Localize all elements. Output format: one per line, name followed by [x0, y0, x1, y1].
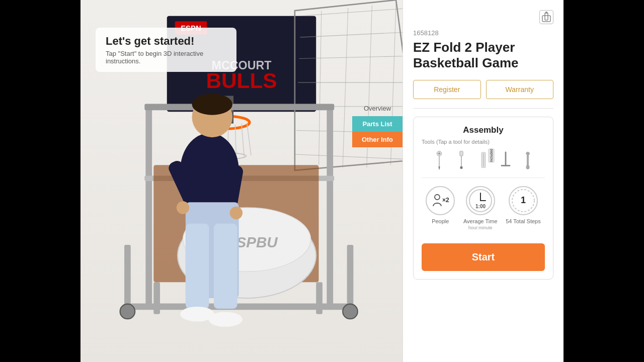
tools-row: Included: [422, 150, 545, 178]
svg-line-25: [343, 8, 348, 168]
svg-rect-73: [527, 155, 528, 166]
svg-rect-50: [186, 224, 209, 309]
svg-point-46: [192, 94, 232, 115]
time-label: Average Time: [463, 218, 498, 224]
svg-point-53: [208, 312, 243, 327]
nav-other-info[interactable]: Other Info: [352, 132, 403, 147]
nav-overlay: Overview Parts List Other Info: [352, 101, 403, 147]
product-title: EZ Fold 2 Player Basketball Game: [413, 40, 553, 71]
included-badge: Included: [488, 148, 495, 162]
svg-point-54: [177, 201, 189, 214]
divider: [413, 108, 553, 109]
svg-rect-36: [316, 282, 323, 314]
time-sublabel: hour:minute: [468, 225, 493, 230]
svg-line-17: [300, 8, 403, 16]
image-panel: ESPN MCCOURT BULLS: [80, 0, 403, 362]
svg-rect-29: [327, 107, 333, 309]
svg-line-12: [242, 124, 244, 157]
share-button[interactable]: [539, 10, 553, 24]
included-tool-icon[interactable]: Included: [476, 150, 491, 170]
action-buttons: Register Warranty: [413, 80, 553, 99]
svg-rect-60: [542, 16, 550, 22]
nav-overview[interactable]: Overview: [352, 101, 403, 116]
nav-parts-list[interactable]: Parts List: [352, 116, 403, 132]
svg-point-74: [526, 165, 529, 169]
svg-rect-30: [144, 104, 334, 110]
svg-line-23: [295, 154, 403, 160]
overlay-subtitle: Tap "Start" to begin 3D interactive inst…: [106, 50, 226, 65]
svg-rect-33: [124, 245, 131, 309]
svg-point-38: [343, 304, 358, 319]
svg-rect-68: [460, 166, 462, 169]
people-label: People: [432, 218, 449, 224]
svg-text:1: 1: [521, 195, 526, 205]
svg-rect-34: [347, 245, 354, 309]
right-panel: 1658128 EZ Fold 2 Player Basketball Game…: [403, 0, 564, 362]
svg-point-37: [120, 304, 135, 319]
assembly-card: Assembly Tools (Tap a tool for details): [413, 117, 553, 280]
svg-rect-51: [214, 224, 237, 309]
steps-label: 54 Total Steps: [506, 218, 541, 224]
flathead-screwdriver-icon[interactable]: [454, 150, 468, 170]
svg-marker-65: [438, 166, 440, 169]
svg-rect-28: [145, 107, 152, 309]
tools-label: Tools (Tap a tool for details): [422, 138, 545, 145]
svg-text:×2: ×2: [442, 197, 449, 204]
time-stat: 1:00 Average Time hour:minute: [463, 186, 498, 230]
svg-line-24: [319, 11, 321, 165]
instructions-overlay: Let's get started! Tap "Start" to begin …: [96, 28, 236, 72]
svg-text:BULLS: BULLS: [206, 69, 277, 93]
register-button[interactable]: Register: [413, 80, 481, 99]
people-stat: ×2 People: [426, 186, 455, 224]
svg-rect-64: [439, 156, 440, 167]
time-circle: 1:00: [466, 186, 495, 215]
steps-stat: 1 54 Total Steps: [506, 186, 541, 224]
start-button[interactable]: Start: [422, 243, 545, 271]
assembly-title: Assembly: [422, 125, 545, 135]
svg-rect-56: [545, 13, 548, 20]
svg-point-75: [435, 195, 440, 200]
svg-text:1:00: 1:00: [475, 204, 486, 209]
warranty-button[interactable]: Warranty: [486, 80, 554, 99]
product-id: 1658128: [413, 29, 553, 37]
svg-point-55: [230, 207, 243, 219]
svg-rect-66: [459, 151, 462, 156]
svg-rect-35: [153, 282, 160, 314]
stats-row: ×2 People 1:00 Averag: [422, 186, 545, 235]
allen-wrench-icon[interactable]: [499, 150, 513, 170]
svg-line-13: [247, 123, 251, 156]
steps-circle: 1: [509, 186, 538, 215]
svg-text:SPBU: SPBU: [236, 234, 278, 250]
svg-rect-67: [461, 156, 462, 167]
people-circle: ×2: [426, 186, 455, 215]
wrench-icon[interactable]: [521, 150, 535, 170]
phillips-screwdriver-icon[interactable]: [432, 150, 446, 170]
overlay-title: Let's get started!: [106, 35, 226, 48]
